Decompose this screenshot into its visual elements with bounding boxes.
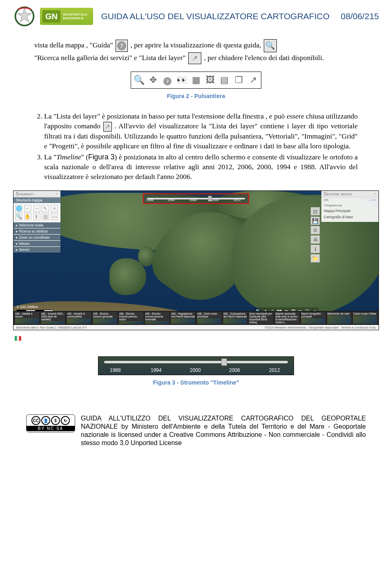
close-panel-small-icon: ↗ — [103, 122, 112, 132]
vector-icon: ▦ — [189, 75, 203, 85]
projects-icon: ❐ — [232, 75, 246, 85]
layer-thumb[interactable]: AIB - Rischio incendi periodo estivo — [118, 312, 144, 324]
arrow-back-icon[interactable]: ← — [24, 205, 31, 212]
layer-thumb[interactable]: Carta ecope d'Italia — [352, 312, 378, 324]
rp-item[interactable]: Mappa Principale — [321, 208, 379, 214]
panel-item[interactable]: Ricerca su attributi — [13, 228, 60, 234]
right-side-icons: ▤ 💾 ⚙ 🖶 ℹ 📁 — [311, 207, 320, 262]
panel-item[interactable]: Misura — [13, 240, 60, 246]
status-left: Strumento attivo: Pan Scala 1: 9000000 L… — [16, 326, 87, 329]
timeline-year: 2012 — [234, 198, 241, 202]
gear-icon[interactable]: ⚙ — [311, 226, 320, 234]
timeline-year: 1994 — [167, 198, 175, 202]
figure-2-caption: Figura 2 - Pulsantiera — [13, 93, 379, 99]
help-icon: ? — [160, 75, 175, 85]
layer-thumbnail-strip[interactable]: AIB - Habitat a rischio AIB - Incendi 20… — [13, 311, 379, 325]
timeline-year: 2006 — [229, 367, 240, 373]
gn-badge-sub1: GEOPORTALE — [63, 13, 87, 16]
strumenti-header-label: Strumenti — [16, 192, 33, 196]
page-title: GUIDA ALL'USO DEL VISUALIZZATORE CARTOGR… — [97, 9, 334, 24]
timeline-year: 2000 — [190, 367, 201, 373]
layer-thumb[interactable]: Batimetria dei mari — [327, 312, 352, 324]
strumenti-subheader: Strumenti mappa — [13, 197, 60, 203]
panel-item[interactable]: Servizi — [13, 246, 60, 253]
binoculars-icon: 🔍 — [264, 39, 277, 52]
cc-icon: CC — [31, 416, 40, 425]
layer-thumb[interactable]: AIB - Vegetazione nei Parchi Nazionali — [170, 312, 196, 324]
page-header: GN GEOPORTALE NAZIONALE GUIDA ALL'USO DE… — [13, 5, 379, 28]
gn-logo: GN GEOPORTALE NAZIONALE — [40, 8, 93, 25]
status-right: ©2014 Ministero dell'Ambiente - Geoporta… — [265, 326, 376, 329]
svg-rect-3 — [17, 336, 19, 341]
list-item-3: La "Timeline" (Figura 3) è posizionata i… — [44, 152, 358, 181]
strumenti-panel: Strumenti − Strumenti mappa 🌐 ← → ↖ + 🔍 … — [13, 191, 60, 253]
status-bar: Strumento attivo: Pan Scala 1: 9000000 L… — [13, 325, 379, 330]
gs-header: Gestione servizi − — [321, 191, 379, 197]
list-item-2: La "Lista dei layer" è posizionata in ba… — [44, 112, 358, 151]
arrow-forward-icon[interactable]: → — [33, 205, 40, 212]
paragraph-1: vista della mappa , "Guida" ? , per apri… — [34, 39, 358, 64]
gn-badge-sub2: NAZIONALE — [63, 16, 87, 20]
minimize-icon[interactable]: − — [374, 192, 376, 196]
trasparenza-left: 0% — [324, 198, 329, 202]
layer-thumb[interactable]: AIB - Zonizzazione dei Parchi Nazionali — [223, 312, 248, 324]
timeline-year: 1988 — [146, 198, 154, 202]
cc-nc-icon: $ — [51, 416, 60, 425]
toolbar-figure: 🔍 ✥ ? 👀 ▦ 🖼 ▤ ❐ ↗ — [131, 72, 261, 89]
para1-seg4: , per chiudere l'elenco dei dati disponi… — [204, 53, 324, 61]
layers-icon[interactable]: ▤ — [42, 213, 49, 220]
hand-icon[interactable]: ✋ — [24, 213, 31, 220]
layer-thumb[interactable]: AIB - Rischio incendi periodo invernale — [145, 312, 170, 324]
close-list-icon: ↗ — [246, 75, 260, 85]
timeline-overlay[interactable]: 1988 1994 2000 2006 2012 — [143, 193, 249, 204]
layer-thumb[interactable]: Bacini idrografici principali — [301, 312, 326, 324]
layer-thumb[interactable]: Aree importanti per l'avifauna (IBA Impo… — [248, 312, 274, 324]
print-icon[interactable]: 🖶 — [311, 235, 320, 244]
layer-thumb[interactable]: AIB - Rischio incendi generale — [92, 312, 118, 324]
panel-item[interactable]: Selezione scala — [13, 222, 60, 228]
info-icon[interactable]: ℹ — [33, 213, 40, 220]
gestione-servizi-panel: Gestione servizi − 0% - □ + Trasparenza … — [321, 191, 379, 222]
tool-icon-grid: 🌐 ← → ↖ + 🔍 ✋ ℹ ▤ ▭ — [13, 203, 60, 222]
layer-thumb[interactable]: AIB - Habitat a rischio — [14, 312, 40, 324]
timeline-detail-figure: 1988 1994 2000 2006 2012 — [98, 356, 294, 375]
zoom-area-icon[interactable]: 🔍 — [15, 213, 22, 220]
zoom-in-icon[interactable]: + — [51, 205, 58, 212]
trasparenza-sym[interactable]: - □ + — [369, 198, 376, 202]
cc-labels: BY NC SA — [27, 426, 75, 431]
question-icon: ? — [116, 40, 128, 52]
numbered-list: La "Lista dei layer" è posizionata in ba… — [34, 112, 358, 181]
trasparenza-label: Trasparenza — [324, 204, 342, 207]
page-date: 08/06/215 — [341, 11, 379, 21]
save-icon[interactable]: 💾 — [311, 217, 320, 225]
gs-header-label: Gestione servizi — [324, 192, 352, 196]
para1-seg1: vista della mappa , "Guida" — [34, 41, 115, 49]
layer-thumb[interactable]: AIB - Zone rosso prioritarie — [196, 312, 222, 324]
cc-license-badge: CC 👤 $ ↻ BY NC SA — [26, 414, 75, 432]
select-icon[interactable]: ▭ — [51, 213, 58, 220]
figura-3-reference: Figura 3 — [88, 153, 114, 161]
info-icon[interactable]: ℹ — [311, 245, 320, 253]
footer-text: GUIDA ALL'UTILIZZO DEL VISUALIZZATORE CA… — [81, 414, 366, 447]
layer-thumb[interactable]: Atlante nazionale delle aree a rischio d… — [274, 312, 300, 324]
panel-item[interactable]: Zoom su coordinata — [13, 234, 60, 240]
italy-emblem-icon — [13, 5, 36, 28]
scale-values: 0 100 200km — [17, 305, 53, 309]
layer-thumb[interactable]: AIB - Incendi 2001-2005 (test da satelli… — [40, 312, 66, 324]
flag-icon — [15, 336, 21, 341]
legend-icon[interactable]: ▤ — [311, 207, 320, 215]
fit-extent-icon: ✥ — [146, 75, 160, 85]
timeline-year: 2006 — [212, 198, 219, 202]
layer-thumb[interactable]: AIB - Modelli di combustibile — [66, 312, 91, 324]
pointer-icon[interactable]: ↖ — [42, 205, 49, 212]
timeline-year: 1994 — [151, 367, 162, 373]
rp-item[interactable]: Cartografia di base — [321, 214, 379, 220]
globe-icon[interactable]: 🌐 — [15, 205, 22, 212]
minimize-icon[interactable]: − — [56, 192, 58, 196]
grid-icon: ▤ — [217, 75, 232, 85]
folder-icon[interactable]: 📁 — [311, 254, 320, 262]
timeline-year: 2000 — [189, 198, 197, 202]
map-screenshot-figure: Strumenti − Strumenti mappa 🌐 ← → ↖ + 🔍 … — [13, 190, 379, 330]
map-land — [138, 246, 154, 266]
strumenti-panel-header: Strumenti − — [13, 191, 60, 197]
